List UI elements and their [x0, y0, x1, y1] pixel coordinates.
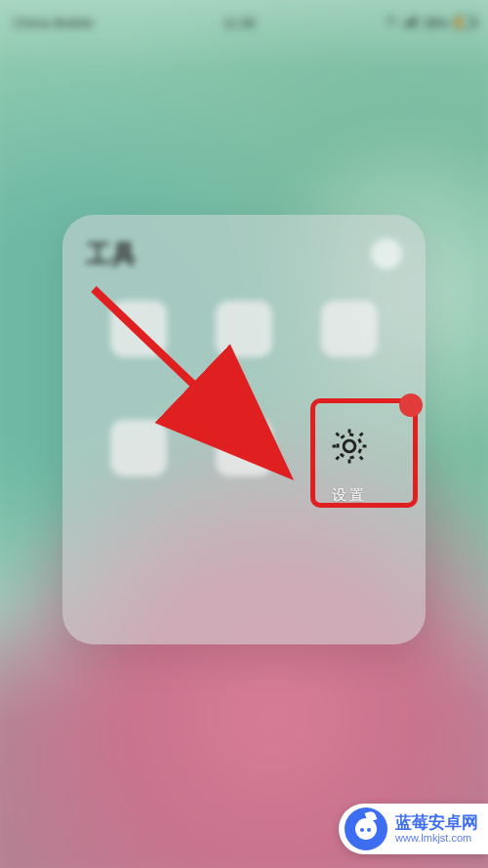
watermark-url: www.lmkjst.com	[395, 832, 478, 845]
folder-app-4[interactable]	[90, 416, 187, 533]
watermark-title: 蓝莓安卓网	[395, 813, 478, 833]
folder-app-3[interactable]	[301, 297, 398, 414]
svg-rect-1	[404, 22, 406, 26]
folder-title[interactable]: 工具	[86, 237, 137, 271]
app-icon	[321, 301, 378, 357]
status-bar: China Mobile 11:38 36%	[0, 0, 488, 37]
app-label-settings: 设置	[332, 486, 367, 505]
svg-point-5	[344, 440, 355, 452]
status-carrier: China Mobile	[14, 16, 94, 30]
watermark-text: 蓝莓安卓网 www.lmkjst.com	[395, 813, 478, 845]
settings-icon	[321, 420, 378, 476]
status-time: 11:38	[94, 16, 385, 30]
svg-rect-4	[414, 17, 416, 26]
battery-percent: 36%	[424, 16, 449, 30]
homescreen-folder: 工具	[62, 215, 426, 644]
wifi-icon	[385, 16, 398, 30]
app-icon	[216, 301, 272, 357]
signal-icon	[404, 16, 418, 30]
folder-app-2[interactable]	[195, 297, 293, 414]
folder-app-1[interactable]	[90, 297, 187, 414]
folder-menu-button[interactable]	[371, 238, 402, 269]
svg-rect-2	[407, 21, 409, 26]
folder-app-settings[interactable]: 设置	[301, 416, 398, 533]
svg-point-0	[390, 24, 391, 25]
app-icon	[110, 301, 167, 357]
svg-rect-3	[411, 19, 413, 26]
site-watermark: 蓝莓安卓网 www.lmkjst.com	[339, 804, 488, 854]
battery-icon	[455, 17, 474, 28]
folder-header: 工具	[86, 232, 402, 275]
app-icon	[110, 420, 167, 476]
status-right: 36%	[385, 16, 474, 30]
gear-icon	[328, 425, 371, 472]
watermark-logo-icon	[345, 807, 387, 850]
folder-app-5[interactable]	[195, 416, 293, 533]
app-icon	[216, 420, 272, 476]
folder-grid: 设置	[86, 297, 402, 533]
